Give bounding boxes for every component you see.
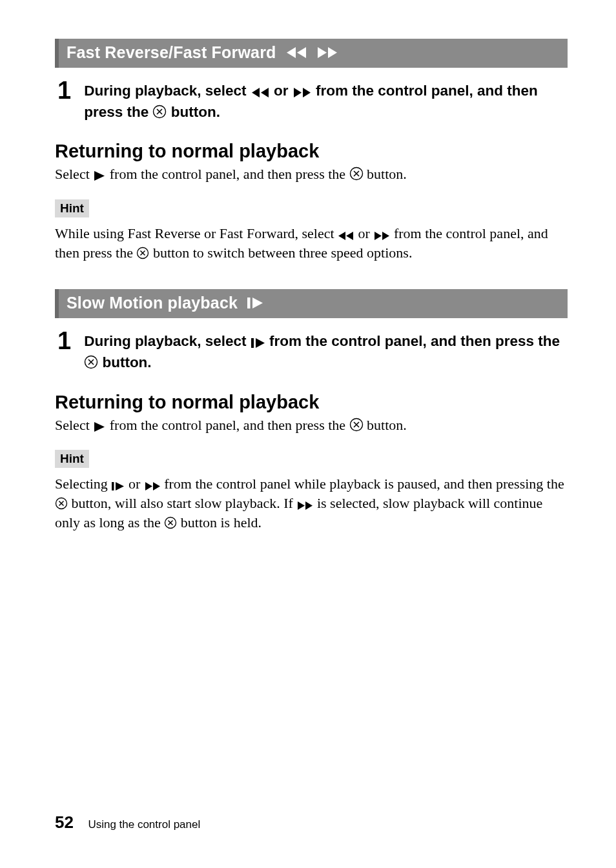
text: button, will also start slow playback. I… <box>72 495 293 511</box>
slow-play-icon <box>111 482 125 490</box>
section-title: Slow Motion playback <box>67 294 238 312</box>
svg-marker-29 <box>94 422 105 432</box>
svg-rect-33 <box>112 482 114 490</box>
x-button-icon <box>84 355 98 369</box>
svg-marker-23 <box>252 298 263 308</box>
text: from the control panel, and then press t… <box>110 417 345 433</box>
svg-marker-40 <box>298 501 305 510</box>
svg-marker-0 <box>287 47 296 58</box>
text: button. <box>367 417 407 433</box>
text: Select <box>55 417 90 433</box>
fast-forward-icon <box>144 482 161 490</box>
step-number: 1 <box>57 78 71 103</box>
step-number: 1 <box>57 328 71 353</box>
slow-play-icon <box>251 338 265 348</box>
rewind-icon <box>338 232 354 240</box>
section-title: Fast Reverse/Fast Forward <box>67 43 276 62</box>
text: from the control panel, and then press t… <box>269 333 560 349</box>
x-button-icon <box>55 497 68 510</box>
svg-marker-15 <box>338 232 345 240</box>
return-body-2: Select from the control panel, and then … <box>55 416 568 435</box>
svg-marker-7 <box>303 88 311 97</box>
svg-marker-3 <box>328 47 337 58</box>
svg-marker-6 <box>294 88 302 97</box>
svg-marker-18 <box>382 232 389 240</box>
page-number: 52 <box>55 812 74 832</box>
svg-marker-41 <box>305 501 313 510</box>
x-button-icon <box>152 105 167 119</box>
step-text-2: or <box>274 83 289 99</box>
x-button-icon <box>349 418 364 432</box>
text: from the control panel, and then press t… <box>110 166 345 182</box>
fast-forward-icon <box>373 232 390 240</box>
text: or <box>128 476 140 492</box>
svg-marker-17 <box>375 232 382 240</box>
x-button-icon <box>136 247 149 259</box>
x-button-icon <box>164 516 177 529</box>
play-icon <box>93 171 106 181</box>
fast-forward-icon <box>293 88 312 97</box>
text: button. <box>102 354 151 370</box>
rewind-icon <box>285 47 307 58</box>
step-1-fast: 1 During playback, select or from the co… <box>55 81 568 123</box>
text: button to switch between three speed opt… <box>153 245 412 261</box>
section-header-fast: Fast Reverse/Fast Forward <box>55 39 568 68</box>
hint-body-2: Selecting or from the control panel whil… <box>55 474 568 532</box>
text: button. <box>367 166 407 182</box>
text: from the control panel while playback is… <box>164 476 564 492</box>
text: button is held. <box>181 514 262 530</box>
page-footer: 52 Using the control panel <box>55 812 200 833</box>
play-icon <box>93 422 106 432</box>
step-text-4: button. <box>171 104 220 120</box>
svg-marker-35 <box>145 482 152 490</box>
section-header-slow: Slow Motion playback <box>55 289 568 318</box>
step-text-1: During playback, select <box>84 83 246 99</box>
hint-badge: Hint <box>55 450 89 468</box>
step-body: During playback, select from the control… <box>84 331 565 373</box>
fast-forward-icon <box>296 501 313 510</box>
text: Selecting <box>55 476 108 492</box>
svg-marker-5 <box>261 88 269 97</box>
x-button-icon <box>349 167 364 181</box>
text: During playback, select <box>84 333 246 349</box>
svg-marker-34 <box>116 482 124 490</box>
slow-play-icon <box>247 298 263 308</box>
page-caption: Using the control panel <box>88 818 200 831</box>
step-body: During playback, select or from the cont… <box>84 81 565 123</box>
svg-rect-22 <box>247 298 251 308</box>
step-1-slow: 1 During playback, select from the contr… <box>55 331 568 373</box>
text: or <box>358 225 370 241</box>
svg-marker-2 <box>318 47 327 58</box>
svg-marker-11 <box>94 171 105 181</box>
return-body-1: Select from the control panel, and then … <box>55 165 568 184</box>
rewind-icon <box>251 88 270 97</box>
svg-marker-36 <box>153 482 160 490</box>
svg-rect-24 <box>251 338 254 348</box>
fast-forward-icon <box>316 47 338 58</box>
svg-marker-4 <box>252 88 260 97</box>
return-heading-2: Returning to normal playback <box>55 392 568 413</box>
svg-marker-16 <box>346 232 353 240</box>
text: While using Fast Reverse or Fast Forward… <box>55 225 334 241</box>
svg-marker-25 <box>256 338 265 348</box>
svg-marker-1 <box>297 47 306 58</box>
hint-badge: Hint <box>55 199 89 217</box>
hint-body-1: While using Fast Reverse or Fast Forward… <box>55 224 568 262</box>
text: Select <box>55 166 90 182</box>
return-heading-1: Returning to normal playback <box>55 141 568 162</box>
